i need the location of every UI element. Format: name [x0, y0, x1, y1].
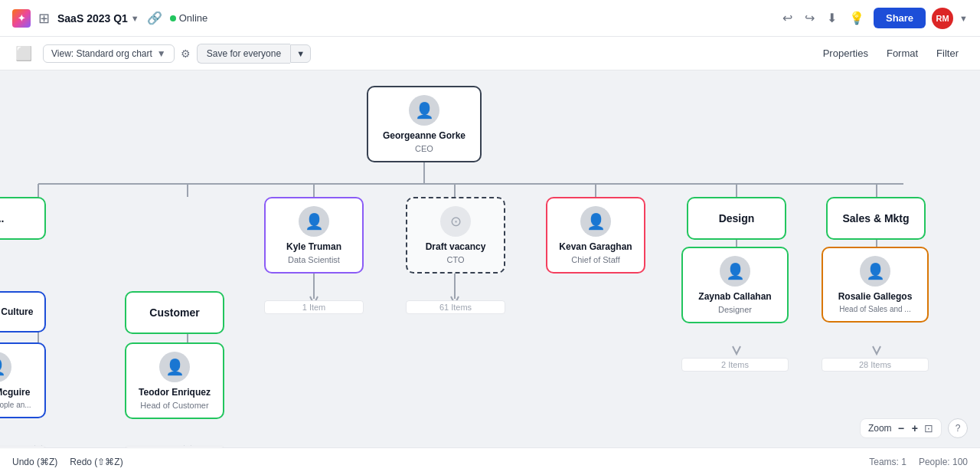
properties-tab[interactable]: Properties: [814, 43, 877, 64]
ceo-avatar: 👤: [409, 95, 439, 126]
grover-node[interactable]: 👤 Grover Mcguire Head of People an...: [0, 342, 46, 418]
sidebar-toggle-button[interactable]: ⬜: [12, 42, 35, 65]
zoom-control: Zoom − + ⊡: [860, 418, 942, 438]
save-button[interactable]: Save for everyone: [197, 44, 290, 64]
ceo-role: CEO: [415, 144, 433, 153]
people-count: People: 100: [919, 457, 968, 467]
online-status: Online: [170, 12, 208, 24]
help-button[interactable]: ?: [948, 418, 968, 438]
online-dot: [170, 15, 176, 21]
kyle-count: 1 Item: [264, 300, 364, 314]
toolbar-right: Properties Format Filter: [814, 43, 968, 64]
avatar-chevron-icon[interactable]: ▼: [959, 14, 968, 23]
draft-node[interactable]: ⊙ Draft vacancy CTO: [406, 197, 505, 274]
zaynab-avatar: 👤: [720, 256, 750, 287]
kevan-node[interactable]: 👤 Kevan Garaghan Chief of Staff: [546, 197, 645, 274]
canvas[interactable]: 👤 Georgeanne Gorke CEO 👤 Kyle Truman Dat…: [0, 70, 980, 447]
topbar-left: ✦ ⊞ SaaS 2023 Q1 ▼ 🔗 Online: [12, 9, 207, 28]
draft-avatar: ⊙: [440, 206, 471, 237]
customer-node[interactable]: Customer: [125, 291, 224, 334]
draft-role: CTO: [446, 255, 464, 264]
rosalie-avatar: 👤: [860, 256, 890, 287]
zaynab-role: Designer: [718, 305, 752, 314]
rosalie-node[interactable]: 👤 Rosalie Gallegos Head of Sales and ...: [822, 247, 929, 323]
save-dropdown-button[interactable]: ▼: [290, 44, 311, 63]
teodor-avatar: 👤: [159, 352, 190, 382]
grid-icon[interactable]: ⊞: [38, 10, 50, 27]
ceo-name: Georgeanne Gorke: [383, 130, 466, 142]
customer-label: Customer: [149, 306, 199, 319]
teams-count: Teams: 1: [869, 457, 906, 467]
kyle-avatar: 👤: [299, 206, 329, 237]
kyle-name: Kyle Truman: [286, 241, 341, 254]
rosalie-count: 28 Items: [822, 358, 929, 372]
partial-label: E...: [0, 212, 5, 224]
filter-tab[interactable]: Filter: [927, 43, 968, 64]
partial-node-left[interactable]: E...: [0, 197, 46, 240]
link-icon[interactable]: 🔗: [147, 11, 162, 25]
zoom-label: Zoom: [868, 423, 892, 434]
grover-name: Grover Mcguire: [0, 387, 30, 399]
topbar-right: ↩ ↪ ⬇ 💡 Share RM ▼: [779, 8, 968, 29]
sales-mktg-label: Sales & Mktg: [842, 212, 909, 224]
undo-button[interactable]: ↩: [779, 8, 795, 28]
save-button-group: Save for everyone ▼: [197, 44, 311, 64]
redo-button[interactable]: ↪: [802, 8, 818, 28]
draft-name: Draft vacancy: [426, 241, 486, 254]
design-node[interactable]: Design: [687, 197, 786, 240]
rosalie-name: Rosalie Gallegos: [838, 291, 913, 303]
sales-mktg-node[interactable]: Sales & Mktg: [826, 197, 926, 240]
teodor-role: Head of Customer: [140, 401, 208, 410]
toolbar: ⬜ View: Standard org chart ▼ ⚙ Save for …: [0, 37, 980, 70]
kevan-role: Chief of Staff: [571, 255, 619, 264]
zoom-fit-button[interactable]: ⊡: [924, 422, 933, 434]
share-button[interactable]: Share: [874, 8, 926, 28]
doc-title: SaaS 2023 Q1 ▼: [57, 12, 139, 25]
kevan-name: Kevan Garaghan: [559, 241, 632, 254]
download-button[interactable]: ⬇: [824, 8, 840, 28]
zoom-out-button[interactable]: −: [897, 422, 906, 434]
toolbar-left: View: Standard org chart ▼ ⚙ Save for ev…: [43, 44, 311, 64]
redo-shortcut[interactable]: Redo (⇧⌘Z): [70, 457, 122, 467]
grover-avatar: 👤: [0, 352, 11, 382]
draft-count: 61 Items: [406, 300, 505, 314]
people-culture-node[interactable]: People & Culture: [0, 291, 46, 332]
zaynab-count: 2 Items: [681, 358, 789, 372]
design-label: Design: [719, 212, 755, 224]
app-logo: ✦: [12, 9, 31, 28]
kyle-node[interactable]: 👤 Kyle Truman Data Scientist: [264, 197, 364, 274]
people-culture-label: People & Culture: [0, 306, 33, 317]
zoom-in-button[interactable]: +: [910, 422, 920, 434]
bottombar-right: Teams: 1 People: 100: [869, 457, 968, 467]
user-avatar[interactable]: RM: [932, 8, 953, 29]
kyle-role: Data Scientist: [288, 255, 340, 264]
lightbulb-button[interactable]: 💡: [846, 8, 867, 28]
zaynab-name: Zaynab Callahan: [698, 291, 771, 303]
grover-role: Head of People an...: [0, 401, 31, 409]
ceo-node[interactable]: 👤 Georgeanne Gorke CEO: [367, 86, 482, 162]
zaynab-node[interactable]: 👤 Zaynab Callahan Designer: [681, 247, 789, 323]
kevan-avatar: 👤: [580, 206, 611, 237]
title-chevron-icon[interactable]: ▼: [131, 14, 139, 23]
view-selector[interactable]: View: Standard org chart ▼: [43, 44, 175, 63]
undo-shortcut[interactable]: Undo (⌘Z): [12, 457, 57, 467]
teodor-node[interactable]: 👤 Teodor Enriquez Head of Customer: [125, 342, 224, 419]
view-label: View: Standard org chart: [51, 48, 152, 59]
settings-icon[interactable]: ⚙: [181, 48, 191, 60]
bottombar: Undo (⌘Z) Redo (⇧⌘Z) Teams: 1 People: 10…: [0, 447, 980, 475]
topbar: ✦ ⊞ SaaS 2023 Q1 ▼ 🔗 Online ↩ ↪ ⬇ 💡 Shar…: [0, 0, 980, 37]
bottombar-left: Undo (⌘Z) Redo (⇧⌘Z): [12, 457, 123, 467]
rosalie-role: Head of Sales and ...: [839, 305, 910, 313]
format-tab[interactable]: Format: [877, 43, 927, 64]
teodor-name: Teodor Enriquez: [139, 387, 211, 399]
view-chevron-icon: ▼: [157, 48, 166, 59]
